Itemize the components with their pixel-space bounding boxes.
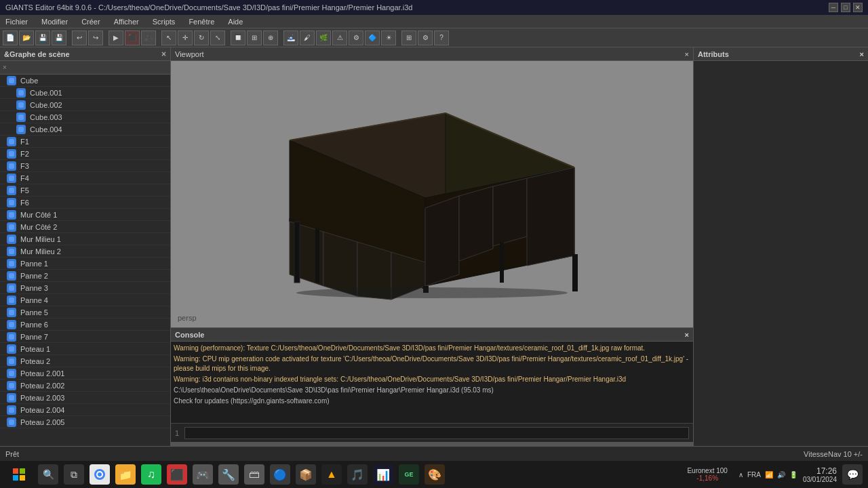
- scene-item-label: Mur Milieu 2: [20, 247, 61, 256]
- scene-graph-item[interactable]: F5: [0, 184, 170, 197]
- tb-select[interactable]: ↖: [161, 30, 176, 45]
- tb-save-as[interactable]: 💾: [52, 30, 66, 45]
- tb-settings[interactable]: ⚙: [418, 30, 433, 45]
- scene-graph-close[interactable]: ×: [161, 49, 166, 59]
- maximize-button[interactable]: □: [841, 3, 850, 12]
- tb-stop[interactable]: ⬛: [125, 30, 140, 45]
- explorer-icon[interactable]: 📁: [115, 464, 136, 485]
- console-scroll-thumb[interactable]: [171, 442, 693, 446]
- console-close[interactable]: ×: [685, 331, 689, 339]
- app9-icon[interactable]: 🔵: [270, 464, 290, 485]
- wifi-icon[interactable]: 📶: [765, 471, 773, 479]
- scene-graph-item[interactable]: Cube.001: [0, 87, 170, 99]
- menu-bar: Fichier Modifier Créer Afficher Scripts …: [0, 15, 868, 28]
- close-button[interactable]: ✕: [853, 3, 863, 12]
- menu-scripts[interactable]: Scripts: [150, 16, 178, 27]
- app10-icon[interactable]: 📦: [296, 464, 316, 485]
- tb-extra2[interactable]: 🔷: [365, 30, 380, 45]
- tb-move[interactable]: ✛: [178, 30, 193, 45]
- tb-open[interactable]: 📂: [19, 30, 34, 45]
- menu-aide[interactable]: Aide: [225, 16, 245, 27]
- scene-graph-item[interactable]: Mur Milieu 1: [0, 233, 170, 245]
- console-input[interactable]: [184, 427, 689, 439]
- scene-graph-item[interactable]: Poteau 2.004: [0, 404, 170, 416]
- scene-graph-item[interactable]: F6: [0, 197, 170, 209]
- tray-chevron[interactable]: ∧: [738, 471, 743, 479]
- attributes-close[interactable]: ×: [860, 50, 864, 58]
- scene-graph-item[interactable]: Poteau 2.003: [0, 392, 170, 404]
- start-button[interactable]: [5, 464, 33, 485]
- scene-graph-item[interactable]: Mur Côté 1: [0, 209, 170, 221]
- tb-collision[interactable]: ⚠: [332, 30, 347, 45]
- scene-graph-item[interactable]: Panne 3: [0, 282, 170, 294]
- scene-graph-item[interactable]: F2: [0, 148, 170, 160]
- task-view-button[interactable]: ⧉: [64, 464, 84, 485]
- tb-save[interactable]: 💾: [35, 30, 50, 45]
- viewport-close[interactable]: ×: [685, 50, 689, 58]
- scene-graph-item[interactable]: Poteau 1: [0, 343, 170, 355]
- tb-grid[interactable]: ⊞: [247, 30, 262, 45]
- scene-graph-item[interactable]: Poteau 2.005: [0, 416, 170, 428]
- scene-graph-item[interactable]: Panne 1: [0, 258, 170, 270]
- giants-icon[interactable]: GE: [399, 464, 419, 485]
- tb-new[interactable]: 📄: [3, 30, 18, 45]
- tb-foliage[interactable]: 🌿: [316, 30, 331, 45]
- tb-terrain[interactable]: 🗻: [283, 30, 298, 45]
- spotify-icon[interactable]: ♫: [141, 464, 161, 485]
- scene-graph-item[interactable]: F1: [0, 136, 170, 148]
- scene-graph-item[interactable]: Mur Milieu 2: [0, 245, 170, 258]
- scene-graph-item[interactable]: Panne 7: [0, 331, 170, 343]
- tb-scale[interactable]: ⤡: [210, 30, 225, 45]
- scene-graph-item[interactable]: Mur Côté 2: [0, 221, 170, 233]
- app15-icon[interactable]: 🎨: [425, 464, 445, 485]
- notification-button[interactable]: 💬: [842, 464, 863, 485]
- app7-icon[interactable]: 🔧: [218, 464, 239, 485]
- app13-icon[interactable]: 📊: [373, 464, 393, 485]
- scene-item-icon: [7, 369, 16, 378]
- scene-graph-item[interactable]: Cube.004: [0, 123, 170, 136]
- tb-undo[interactable]: ↩: [72, 30, 87, 45]
- menu-modifier[interactable]: Modifier: [39, 16, 71, 27]
- scene-graph-item[interactable]: Poteau 2.001: [0, 367, 170, 380]
- tb-pivot[interactable]: ⊕: [263, 30, 278, 45]
- scene-graph-item[interactable]: Panne 5: [0, 306, 170, 319]
- menu-afficher[interactable]: Afficher: [111, 16, 142, 27]
- time-display[interactable]: 17:26 03/01/2024: [803, 466, 837, 483]
- scene-graph-item[interactable]: Cube.002: [0, 99, 170, 111]
- menu-fenetre[interactable]: Fenêtre: [186, 16, 217, 27]
- tb-camera[interactable]: 🎥: [141, 30, 156, 45]
- viewport-content[interactable]: persp: [171, 61, 693, 327]
- chrome-icon[interactable]: [90, 464, 110, 485]
- search-taskbar-button[interactable]: 🔍: [38, 464, 58, 485]
- battery-icon[interactable]: 🔋: [789, 471, 797, 479]
- tb-rotate[interactable]: ↻: [194, 30, 209, 45]
- scene-graph-item[interactable]: F3: [0, 160, 170, 172]
- menu-creer[interactable]: Créer: [79, 16, 103, 27]
- scene-graph-item[interactable]: Panne 4: [0, 294, 170, 306]
- tb-help[interactable]: ?: [434, 30, 449, 45]
- app6-icon[interactable]: 🎮: [193, 464, 213, 485]
- app5-icon[interactable]: ⬛: [167, 464, 187, 485]
- app11-icon[interactable]: ▲: [321, 464, 342, 485]
- app8-icon[interactable]: 🗃: [244, 464, 264, 485]
- scene-graph-item[interactable]: Panne 6: [0, 319, 170, 331]
- tb-extra1[interactable]: ⚙: [349, 30, 363, 45]
- tb-play[interactable]: ▶: [108, 30, 123, 45]
- tb-extra3[interactable]: ☀: [381, 30, 396, 45]
- language-indicator[interactable]: FRA: [747, 471, 761, 479]
- app12-icon[interactable]: 🎵: [347, 464, 368, 485]
- scene-graph-item[interactable]: Poteau 2: [0, 355, 170, 367]
- minimize-button[interactable]: ─: [829, 3, 838, 12]
- volume-icon[interactable]: 🔊: [777, 471, 785, 479]
- tb-redo[interactable]: ↪: [88, 30, 103, 45]
- tb-snap[interactable]: 🔲: [231, 30, 245, 45]
- menu-fichier[interactable]: Fichier: [3, 16, 31, 27]
- scene-graph-item[interactable]: Cube: [0, 75, 170, 87]
- tb-paint[interactable]: 🖌: [300, 30, 315, 45]
- scene-graph-item[interactable]: F4: [0, 172, 170, 184]
- scene-graph-item[interactable]: Poteau 2.002: [0, 380, 170, 392]
- scene-graph-item[interactable]: Cube.003: [0, 111, 170, 123]
- scene-graph-item[interactable]: Panne 2: [0, 270, 170, 282]
- tb-add-object[interactable]: ⊞: [401, 30, 416, 45]
- scene-graph-list[interactable]: CubeCube.001Cube.002Cube.003Cube.004F1F2…: [0, 75, 170, 446]
